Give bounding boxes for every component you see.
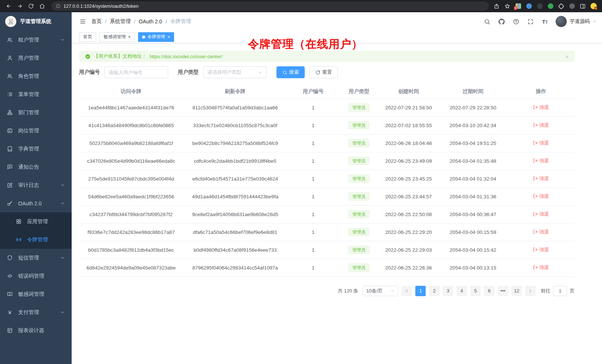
force-logout-button[interactable]: 强退 [533,158,549,164]
browser-home-button[interactable] [37,1,47,11]
font-size-icon[interactable]: TT [539,16,551,27]
browser-reload-button[interactable] [26,1,36,11]
sidebar-item-error-code[interactable]: 错误码管理 [0,267,72,285]
tab-home[interactable]: 首页 [79,32,96,42]
page-button-12[interactable]: 12 [511,286,522,296]
help-icon[interactable] [510,16,522,27]
sidebar-item-tenant[interactable]: 租户管理 [0,31,72,49]
extensions-puzzle-icon[interactable] [558,3,565,10]
sidebar-item-pay[interactable]: ¥ 支付管理 [0,303,72,321]
alert-close-icon[interactable]: × [565,54,569,59]
sidebar-item-label: 报表设计器 [18,327,44,334]
site-info-icon[interactable] [56,4,60,9]
app-logo[interactable]: 🐰 芋道管理系统 [0,12,72,31]
user-type-badge: 管理员 [349,192,369,201]
force-logout-button[interactable]: 强退 [533,264,549,271]
force-logout-button[interactable]: 强退 [533,246,549,253]
breadcrumb-home[interactable]: 首页 [91,18,102,25]
prev-page-button[interactable] [402,286,412,296]
breadcrumb-oauth2[interactable]: OAuth 2.0 [139,19,162,24]
sidebar-item-menu[interactable]: 菜单管理 [0,85,72,103]
browser-forward-button[interactable] [15,1,24,11]
extension-paw-icon[interactable] [569,3,575,10]
sidebar-item-oauth2[interactable]: OAuth 2.0 [0,194,72,212]
browser-profile-avatar[interactable] [590,3,597,10]
sidebar-item-post[interactable]: 岗位管理 [0,122,72,140]
bookmark-star-icon[interactable] [504,3,511,10]
sidebar-item-label: 敏感词管理 [18,291,44,298]
goto-page-input[interactable] [553,286,567,296]
sidebar-item-dict[interactable]: 字典管理 [0,140,72,158]
force-logout-button[interactable]: 强退 [533,229,549,235]
tab-sensitive-word[interactable]: 敏感词管理 × [99,32,135,42]
force-logout-button[interactable]: 强退 [533,104,549,111]
share-icon[interactable] [493,3,500,10]
extension-colored-icon[interactable]: 0 [515,3,521,10]
close-icon[interactable]: × [167,35,170,39]
fullscreen-icon[interactable] [524,16,536,27]
page-button-4[interactable]: 4 [457,286,467,296]
tab-token[interactable]: 令牌管理 × [138,32,174,42]
extension-dark-icon[interactable] [536,3,543,10]
user-id-cell: 1 [287,170,339,188]
book-icon [7,146,13,152]
page-button-6[interactable]: 6 [484,286,494,296]
sidebar-item-report-designer[interactable]: 报表设计器 [0,321,72,340]
split-view-icon[interactable] [579,3,586,10]
col-expire-time: 过期时间 [438,85,508,99]
menu-fold-icon[interactable] [77,16,88,27]
user-menu[interactable]: 芋道源码 [556,16,596,27]
sidebar-item-dept[interactable]: 部门管理 [0,103,72,122]
access-token-cell: 41c41346a548490f9dc8b01c6bfe0865 [79,116,183,134]
user-type-cell: 管理员 [339,259,379,277]
edit-icon [7,182,13,188]
close-icon[interactable]: × [128,35,131,39]
url-text: 127.0.0.1:1024/system/oauth2/token [63,4,138,9]
search-icon[interactable] [481,16,493,27]
more-pages-button[interactable]: ••• [498,286,508,296]
grid-icon [7,328,13,333]
page-size-select[interactable]: 10条/页 [363,286,398,296]
page-button-1[interactable]: 1 [415,286,426,296]
address-bar[interactable]: 127.0.0.1:1024/system/oauth2/token [51,1,489,11]
doc-link[interactable]: https://doc.iocoder.cn/user-center/ [150,54,222,59]
sidebar-item-label: 角色管理 [18,73,39,80]
sidebar-item-sensitive-word[interactable]: 敏感词管理 [0,285,72,303]
force-logout-button[interactable]: 强退 [533,193,549,200]
page-button-2[interactable]: 2 [429,286,439,296]
logout-icon [533,176,538,181]
user-id-cell: 1 [287,223,339,241]
page-button-5[interactable]: 5 [470,286,481,296]
sidebar-item-oauth2-token[interactable]: 令牌管理 [0,231,72,249]
breadcrumb-system[interactable]: 系统管理 [110,18,131,25]
reset-button[interactable]: 重置 [310,66,338,78]
table-row: 6d842e2924594de9a09e45e087323abe 8796295… [79,259,575,277]
page-button-3[interactable]: 3 [443,286,453,296]
force-logout-button[interactable]: 强退 [533,175,549,182]
sidebar-item-user[interactable]: 用户管理 [0,49,72,67]
next-page-button[interactable] [525,286,536,296]
refresh-token-cell: dfa6c71a50a54c66bef706ef9e6e8d81 [183,223,287,241]
breadcrumb-separator: / [105,19,107,24]
sidebar-item-sms[interactable]: 短信管理 [0,249,72,267]
sidebar-item-audit-log[interactable]: 审计日志 [0,176,72,194]
action-cell: 强退 [508,205,575,223]
github-icon[interactable] [495,16,507,27]
extension-blue-icon[interactable] [526,3,532,10]
browser-back-button[interactable] [4,1,13,11]
user-name: 芋道源码 [570,18,590,25]
user-id-input[interactable] [104,66,168,78]
sidebar-item-role[interactable]: 角色管理 [0,67,72,85]
sidebar-item-label: 菜单管理 [18,91,39,98]
col-access-token: 访问令牌 [79,85,183,99]
user-id-cell: 1 [287,152,339,170]
force-logout-button[interactable]: 强退 [533,211,549,218]
force-logout-button[interactable]: 强退 [533,140,549,146]
access-token-cell: 6d842e2924594de9a09e45e087323abe [79,259,183,277]
user-type-select[interactable]: 请选择用户类型 [203,66,267,78]
sidebar-item-oauth2-app[interactable]: 应用管理 [0,212,72,231]
sidebar-item-notice[interactable]: 通知公告 [0,158,72,176]
force-logout-button[interactable]: 强退 [533,122,549,129]
search-button[interactable]: 搜索 [277,66,305,78]
extension-green-icon[interactable] [547,3,554,10]
